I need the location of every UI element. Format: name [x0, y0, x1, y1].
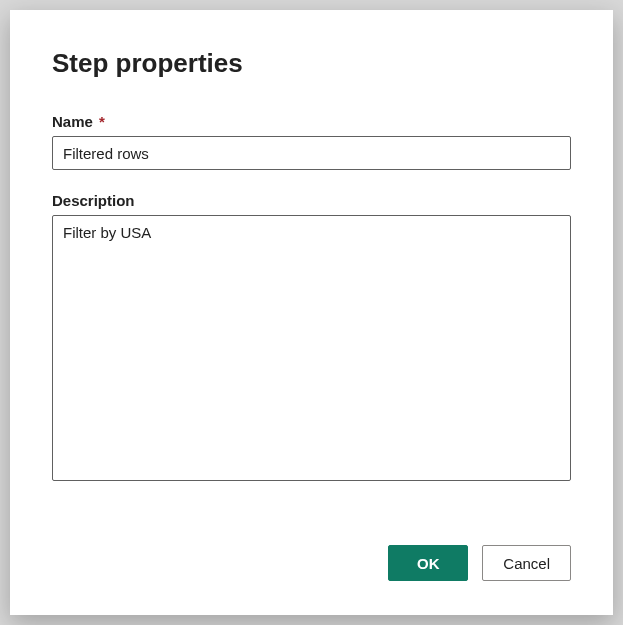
description-input[interactable]: [52, 215, 571, 481]
dialog-button-row: OK Cancel: [52, 521, 571, 581]
step-properties-dialog: Step properties Name * Description OK Ca…: [10, 10, 613, 615]
ok-button[interactable]: OK: [388, 545, 468, 581]
cancel-button[interactable]: Cancel: [482, 545, 571, 581]
description-label: Description: [52, 192, 571, 209]
dialog-title: Step properties: [52, 48, 571, 79]
name-label: Name *: [52, 113, 571, 130]
name-label-text: Name: [52, 113, 93, 130]
required-asterisk-icon: *: [99, 113, 105, 130]
name-input[interactable]: [52, 136, 571, 170]
name-field-group: Name *: [52, 113, 571, 170]
description-field-group: Description: [52, 192, 571, 481]
